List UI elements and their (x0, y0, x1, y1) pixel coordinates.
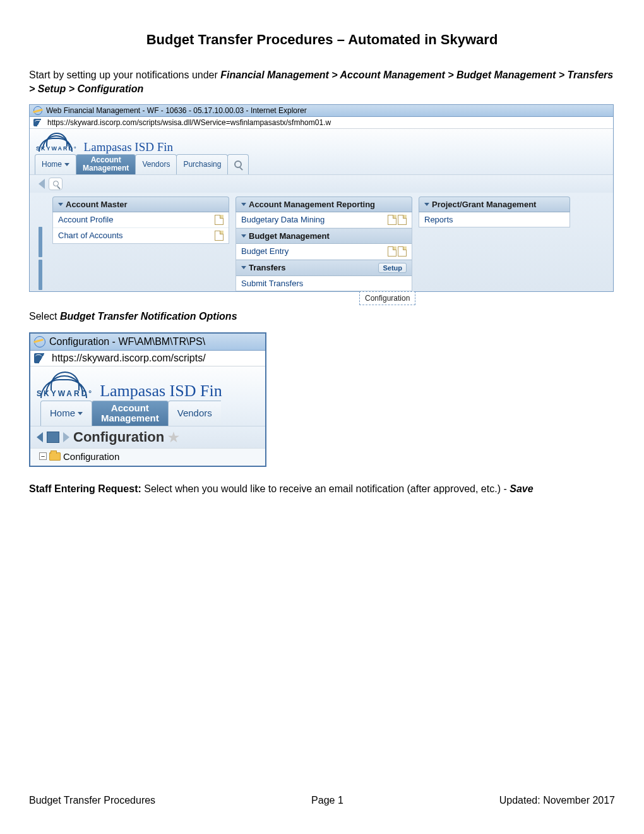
link-label: Chart of Accounts (58, 231, 123, 240)
chevron-down-icon (241, 266, 246, 269)
tree-row-configuration[interactable]: − Configuration (30, 448, 265, 466)
org-name: Lampasas ISD Fin (84, 140, 173, 154)
window-title-text: Web Financial Management - WF - 10636 - … (46, 106, 307, 115)
link-reports[interactable]: Reports (419, 212, 569, 227)
footer-left: Budget Transfer Procedures (29, 795, 155, 806)
search-icon (53, 181, 59, 186)
chevron-down-icon (424, 203, 429, 206)
nav-left-icon[interactable] (37, 432, 43, 442)
app-header: SKYWARD° Lampasas ISD Fin (30, 129, 613, 154)
chevron-down-icon (241, 234, 246, 238)
subhead-label: Transfers (249, 263, 286, 272)
subhead-budget-management[interactable]: Budget Management (236, 228, 412, 244)
subhead-transfers[interactable]: Transfers Setup (236, 260, 412, 276)
setup-button[interactable]: Setup (378, 263, 407, 273)
link-label: Budgetary Data Mining (241, 215, 325, 224)
staff-text: Select when you would like to receive an… (141, 483, 510, 494)
tab-account-management[interactable]: Account Management (76, 154, 136, 174)
panel-head-label: Account Master (66, 200, 128, 209)
tree-label: Configuration (63, 451, 119, 462)
skyward-logo: SKYWARD° (36, 133, 78, 152)
chevron-down-icon (64, 163, 69, 166)
tab-vendors[interactable]: Vendors (168, 401, 221, 426)
tab-account-management[interactable]: Account Management (92, 401, 169, 426)
staff-paragraph: Staff Entering Request: Select when you … (29, 483, 615, 495)
tab-home-label: Home (50, 408, 75, 419)
panel-head-label: Account Management Reporting (249, 200, 375, 209)
link-submit-transfers[interactable]: Submit Transfers (236, 276, 412, 291)
panel-project-grant: Project/Grant Management Reports (419, 196, 570, 291)
ie-icon (34, 336, 45, 348)
tab-vendors[interactable]: Vendors (135, 154, 177, 174)
document-pair-icon (388, 246, 407, 257)
nav-tabs: Home Account Management Vendors Purchasi… (30, 154, 613, 174)
select-bold: Budget Transfer Notification Options (60, 311, 237, 322)
tab-vendors-label: Vendors (177, 408, 212, 419)
skyward-swish-icon (40, 372, 90, 389)
panel-head-label: Project/Grant Management (432, 200, 536, 209)
star-icon[interactable]: ★ (168, 430, 179, 445)
link-chart-of-accounts[interactable]: Chart of Accounts (53, 228, 229, 243)
link-budgetary-data-mining[interactable]: Budgetary Data Mining (236, 212, 412, 228)
panel-head-account-master[interactable]: Account Master (52, 196, 229, 212)
tab-purchasing[interactable]: Purchasing (176, 154, 228, 174)
breadcrumb-label: Configuration (73, 429, 164, 445)
link-account-profile[interactable]: Account Profile (53, 212, 229, 228)
tab-acct-label: Account Management (101, 403, 159, 424)
tab-home[interactable]: Home (40, 401, 92, 426)
link-label: Submit Transfers (241, 279, 303, 288)
document-pair-icon (388, 215, 407, 225)
intro-text: Start by setting up your notifications u… (29, 70, 220, 80)
breadcrumb: Configuration ★ (30, 426, 265, 448)
footer-page: Page 1 (311, 795, 343, 806)
screenshot-2-window: Configuration - WF\AM\BM\TR\PS\ https://… (29, 332, 266, 467)
skyward-swish-icon (39, 133, 75, 145)
link-label: Reports (424, 215, 453, 224)
panel-account-mgmt-reporting: Account Management Reporting Budgetary D… (236, 196, 412, 291)
nav-left-icon[interactable] (39, 179, 45, 189)
panel-head-project-grant[interactable]: Project/Grant Management (419, 196, 570, 212)
url-text: https://skyward.iscorp.com/scripts/ (52, 353, 206, 364)
tab-home[interactable]: Home (35, 154, 76, 174)
select-paragraph: Select Budget Transfer Notification Opti… (29, 311, 615, 322)
nav-square-icon[interactable] (47, 432, 59, 443)
tab-home-label: Home (42, 160, 62, 169)
address-bar[interactable]: https://skyward.iscorp.com/scripts/wsisa… (30, 117, 613, 129)
sub-nav-strip (30, 174, 613, 193)
left-accent-bars (39, 227, 44, 293)
skyward-favicon (34, 353, 49, 363)
tab-search[interactable] (227, 154, 249, 174)
org-name: Lampasas ISD Fin (100, 382, 222, 401)
url-text: https://skyward.iscorp.com/scripts/wsisa… (47, 118, 331, 127)
folder-icon (49, 452, 61, 461)
link-budget-entry[interactable]: Budget Entry (236, 244, 412, 260)
tree-collapse-icon[interactable]: − (39, 452, 47, 460)
skyward-favicon (33, 119, 45, 126)
intro-paragraph: Start by setting up your notifications u… (29, 68, 615, 95)
chevron-down-icon (58, 203, 63, 206)
screenshot-1-window: Web Financial Management - WF - 10636 - … (29, 104, 614, 291)
page-title: Budget Transfer Procedures – Automated i… (29, 32, 615, 48)
window-title-text: Configuration - WF\AM\BM\TR\PS\ (49, 336, 205, 348)
mini-search-button[interactable] (49, 178, 63, 190)
document-icon (215, 231, 224, 241)
chevron-down-icon (78, 412, 83, 415)
link-label: Account Profile (58, 215, 113, 224)
link-label: Budget Entry (241, 246, 289, 256)
window-titlebar: Web Financial Management - WF - 10636 - … (30, 105, 613, 117)
address-bar[interactable]: https://skyward.iscorp.com/scripts/ (30, 351, 265, 366)
window-titlebar: Configuration - WF\AM\BM\TR\PS\ (30, 334, 265, 351)
tab-purchasing-label: Purchasing (183, 160, 221, 169)
nav-right-icon[interactable] (63, 432, 69, 442)
ie-icon (33, 106, 42, 115)
document-icon (215, 215, 224, 225)
staff-label: Staff Entering Request: (29, 483, 141, 494)
flyout-configuration[interactable]: Configuration (359, 291, 415, 305)
chevron-down-icon (241, 203, 246, 206)
panel-head-reporting[interactable]: Account Management Reporting (236, 196, 412, 212)
skyward-logo: SKYWARD° (37, 372, 93, 398)
page-footer: Budget Transfer Procedures Page 1 Update… (29, 795, 615, 806)
nav-tabs: Home Account Management Vendors (30, 401, 265, 426)
panel-account-master: Account Master Account Profile Chart of … (52, 196, 229, 291)
tab-vendors-label: Vendors (142, 160, 170, 169)
